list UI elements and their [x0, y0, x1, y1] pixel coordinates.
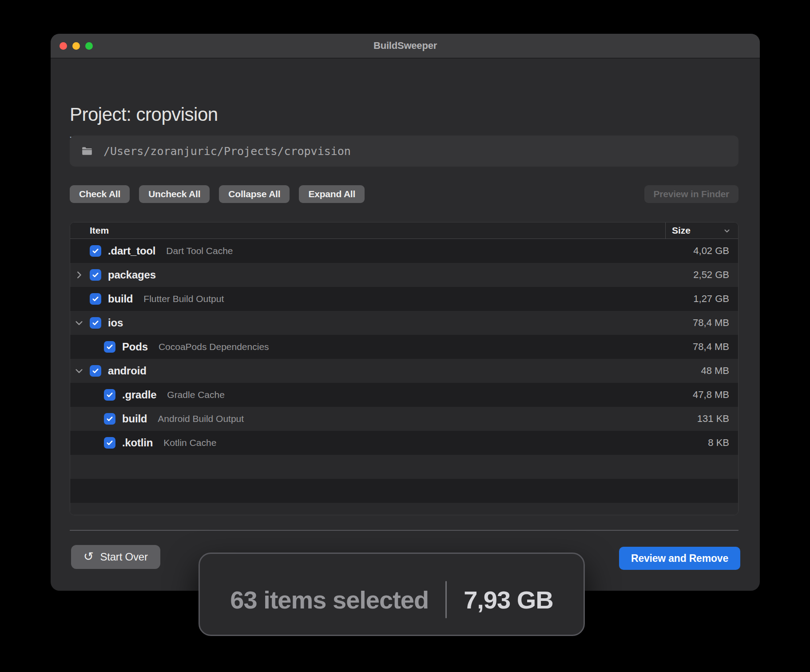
chevron-down-icon — [723, 227, 731, 235]
column-header-size-label: Size — [672, 225, 691, 236]
checkmark-icon — [91, 367, 99, 375]
item-size: 48 MB — [701, 365, 729, 377]
app-window: BuildSweeper Project: cropvision You hav… — [51, 34, 760, 591]
items-table: Item Size — [70, 222, 739, 515]
row-checkbox[interactable] — [90, 317, 101, 329]
row-checkbox[interactable] — [90, 365, 101, 377]
titlebar[interactable]: BuildSweeper — [51, 34, 760, 59]
column-header-item[interactable]: Item — [90, 225, 109, 236]
item-description: Dart Tool Cache — [166, 246, 233, 256]
row-checkbox[interactable] — [104, 437, 115, 449]
item-size: 2,52 GB — [693, 269, 729, 281]
item-size: 47,8 MB — [693, 389, 729, 401]
start-over-label: Start Over — [100, 551, 147, 563]
project-path: /Users/zoranjuric/Projects/cropvision — [103, 145, 351, 158]
checkmark-icon — [106, 343, 114, 351]
total-size-value: 7,93 GB — [464, 585, 553, 614]
row-checkbox[interactable] — [90, 245, 101, 257]
restart-icon: ↺ — [83, 551, 93, 563]
item-size: 78,4 MB — [693, 341, 729, 353]
item-name: build — [108, 293, 133, 305]
item-name: build — [122, 413, 147, 425]
table-row[interactable]: ios 78,4 MB — [70, 311, 738, 335]
item-name: packages — [108, 269, 156, 281]
close-icon[interactable] — [60, 42, 67, 50]
row-checkbox[interactable] — [90, 293, 101, 305]
item-name: .gradle — [122, 389, 156, 401]
table-row[interactable]: packages 2,52 GB — [70, 263, 738, 287]
chevron-down-icon[interactable] — [74, 318, 84, 328]
item-name: .dart_tool — [108, 245, 155, 257]
item-description: Flutter Build Output — [143, 294, 224, 304]
item-size: 78,4 MB — [693, 317, 729, 329]
table-row[interactable]: build Flutter Build Output 1,27 GB — [70, 287, 738, 311]
row-checkbox[interactable] — [104, 389, 115, 401]
item-name: ios — [108, 317, 123, 329]
table-row[interactable]: .gradle Gradle Cache 47,8 MB — [70, 383, 738, 407]
item-size: 8 KB — [708, 437, 729, 449]
table-row[interactable]: Pods CocoaPods Dependencies 78,4 MB — [70, 335, 738, 359]
checkmark-icon — [106, 415, 114, 423]
window-title: BuildSweeper — [373, 40, 437, 52]
uncheck-all-button[interactable]: Uncheck All — [139, 185, 210, 203]
item-size: 1,27 GB — [693, 293, 729, 305]
expand-all-button[interactable]: Expand All — [299, 185, 365, 203]
footer-divider — [70, 530, 739, 531]
column-header-size[interactable]: Size — [665, 223, 738, 239]
item-size: 4,02 GB — [693, 245, 729, 257]
item-name: Pods — [122, 341, 148, 353]
row-checkbox[interactable] — [90, 269, 101, 281]
item-description: Android Build Output — [158, 414, 244, 424]
table-row[interactable]: .kotlin Kotlin Cache 8 KB — [70, 431, 738, 455]
item-name: .kotlin — [122, 437, 153, 449]
item-description: CocoaPods Dependencies — [159, 342, 269, 352]
start-over-button[interactable]: ↺ Start Over — [71, 545, 160, 569]
check-all-button[interactable]: Check All — [70, 185, 130, 203]
toolbar: Check All Uncheck All Collapse All Expan… — [70, 185, 739, 203]
selection-status-overlay: 63 items selected 7,93 GB — [199, 553, 585, 636]
project-path-field[interactable]: /Users/zoranjuric/Projects/cropvision — [70, 135, 739, 167]
checkmark-icon — [91, 319, 99, 327]
item-description: Gradle Cache — [167, 390, 225, 400]
items-selected-count: 63 items selected — [230, 585, 429, 614]
status-separator — [445, 581, 447, 618]
checkmark-icon — [91, 295, 99, 303]
item-name: android — [108, 365, 147, 377]
row-checkbox[interactable] — [104, 341, 115, 353]
table-row[interactable]: android 48 MB — [70, 359, 738, 383]
table-header: Item Size — [70, 223, 738, 239]
folder-icon — [81, 145, 93, 157]
file-tree: .dart_tool Dart Tool Cache 4,02 GB packa — [70, 239, 738, 515]
minimize-icon[interactable] — [72, 42, 80, 50]
review-and-remove-button[interactable]: Review and Remove — [619, 547, 740, 570]
checkmark-icon — [91, 247, 99, 255]
zoom-icon[interactable] — [85, 42, 93, 50]
chevron-right-icon[interactable] — [74, 270, 84, 280]
item-size: 131 KB — [697, 413, 729, 425]
collapse-all-button[interactable]: Collapse All — [219, 185, 290, 203]
checkmark-icon — [91, 271, 99, 279]
chevron-down-icon[interactable] — [74, 366, 84, 376]
preview-in-finder-button[interactable]: Preview in Finder — [644, 185, 739, 203]
table-row[interactable]: build Android Build Output 131 KB — [70, 407, 738, 431]
checkmark-icon — [106, 439, 114, 447]
table-row[interactable]: .dart_tool Dart Tool Cache 4,02 GB — [70, 239, 738, 263]
item-description: Kotlin Cache — [163, 437, 216, 448]
checkmark-icon — [106, 391, 114, 399]
page-title: Project: cropvision — [70, 104, 218, 125]
desktop-background: { "window": { "title": "BuildSweeper" },… — [0, 0, 810, 672]
traffic-lights — [60, 42, 93, 50]
row-checkbox[interactable] — [104, 413, 115, 425]
